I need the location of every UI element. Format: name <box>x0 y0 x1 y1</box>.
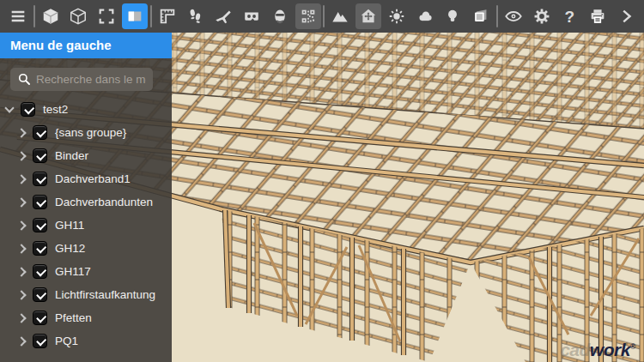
fit-to-screen-button[interactable] <box>94 3 119 29</box>
tree-item-binder[interactable]: Binder <box>0 144 172 167</box>
toolbar-separator <box>496 5 498 27</box>
checkbox-checked[interactable] <box>33 241 47 256</box>
tree-item-gh11[interactable]: GH11 <box>0 214 172 237</box>
home-view-button[interactable] <box>355 3 381 29</box>
checkbox-checked[interactable] <box>33 148 47 163</box>
chevron-right-icon[interactable] <box>16 197 26 207</box>
tree-item-label: {sans groupe} <box>55 126 126 139</box>
chevron-right-icon <box>617 7 635 26</box>
clip-plane-button[interactable] <box>468 3 494 29</box>
tree-item-label: PQ1 <box>55 335 78 347</box>
settings-button[interactable] <box>529 3 555 29</box>
tree-item-gh117[interactable]: GH117 <box>0 260 172 283</box>
light-bulb-icon <box>443 7 462 26</box>
chevron-right-icon[interactable] <box>16 174 26 184</box>
search-box <box>10 68 163 91</box>
vr-mode-button[interactable] <box>239 3 264 29</box>
chevron-right-icon[interactable] <box>16 267 26 276</box>
print-button[interactable] <box>585 3 611 29</box>
toolbar: ? <box>0 0 644 33</box>
left-menu-panel: Menu de gauche test2 {sans groupe} Binde… <box>0 33 172 362</box>
printer-icon <box>588 7 607 26</box>
tree-item-label: Lichtfirstaufkantung <box>55 288 155 301</box>
tree-item-label: Binder <box>55 149 88 162</box>
toolbar-separator <box>150 5 152 27</box>
help-icon: ? <box>565 9 575 25</box>
watermark-work: work <box>590 340 630 359</box>
qr-code-icon <box>299 7 318 26</box>
artificial-light-button[interactable] <box>440 3 465 29</box>
house-move-icon <box>359 7 378 26</box>
cube-solid-icon <box>41 7 60 26</box>
chevron-right-icon[interactable] <box>16 151 26 160</box>
tree-item-sans-groupe[interactable]: {sans groupe} <box>0 121 172 144</box>
clip-frame-icon <box>471 7 490 26</box>
terrain-button[interactable] <box>327 3 353 29</box>
checkbox-checked[interactable] <box>33 195 47 209</box>
vr-goggles-icon <box>242 7 261 26</box>
checkbox-checked[interactable] <box>33 334 47 348</box>
tree-item-gh12[interactable]: GH12 <box>0 237 172 260</box>
tree-item-label: Dachverbandunten <box>55 196 153 208</box>
tree-item-pfetten[interactable]: Pfetten <box>0 306 172 329</box>
eye-icon <box>504 7 523 26</box>
cube-wireframe-icon <box>69 7 88 26</box>
walk-footprints-icon <box>185 7 204 26</box>
left-panel-toggle-button[interactable] <box>122 3 148 29</box>
gear-icon <box>532 7 551 26</box>
checkbox-checked[interactable] <box>33 125 47 140</box>
model-tree: test2 {sans groupe} Binder Dachverband1 … <box>0 98 172 353</box>
tree-item-label: Dachverband1 <box>55 172 131 185</box>
avatar-mode-button[interactable] <box>267 3 293 29</box>
fit-to-screen-icon <box>97 7 116 26</box>
cloud-icon <box>416 7 434 26</box>
walk-mode-button[interactable] <box>182 3 208 29</box>
fly-plane-icon <box>214 7 233 26</box>
weather-button[interactable] <box>412 3 438 29</box>
tree-item-dachverband1[interactable]: Dachverband1 <box>0 167 172 190</box>
tree-item-pq1[interactable]: PQ1 <box>0 329 172 353</box>
chevron-right-icon[interactable] <box>16 244 26 253</box>
checkbox-checked[interactable] <box>33 287 47 302</box>
tree-item-test2[interactable]: test2 <box>0 98 172 121</box>
chevron-right-icon[interactable] <box>16 220 26 230</box>
chevron-down-icon[interactable] <box>4 103 14 112</box>
toolbar-separator <box>33 5 35 27</box>
visibility-button[interactable] <box>501 3 526 29</box>
ruler-icon <box>158 7 177 26</box>
toolbar-overflow-button[interactable] <box>613 3 639 29</box>
tree-item-label: GH117 <box>55 265 91 278</box>
tree-item-label: GH11 <box>55 219 84 232</box>
watermark-cad: cad <box>560 340 590 359</box>
chevron-right-icon[interactable] <box>16 336 26 346</box>
checkbox-checked[interactable] <box>33 172 47 186</box>
panel-title: Menu de gauche <box>0 33 172 58</box>
menu-icon <box>9 7 27 26</box>
left-panel-icon <box>125 7 144 26</box>
toolbar-separator <box>323 5 325 27</box>
shaded-view-button[interactable] <box>38 3 64 29</box>
avatar-head-icon <box>270 7 289 26</box>
sun-icon <box>387 7 406 26</box>
measure-button[interactable] <box>155 3 180 29</box>
tree-item-label: Pfetten <box>55 311 92 324</box>
watermark-registered: ® <box>630 342 635 351</box>
checkbox-checked[interactable] <box>33 218 47 232</box>
mountains-icon <box>331 7 349 26</box>
search-icon <box>16 71 32 87</box>
checkbox-checked[interactable] <box>33 311 47 325</box>
cadwork-watermark: cadwork® <box>560 340 635 360</box>
help-button[interactable]: ? <box>556 3 582 29</box>
wireframe-view-button[interactable] <box>65 3 91 29</box>
chevron-right-icon[interactable] <box>16 290 26 299</box>
sun-light-button[interactable] <box>384 3 410 29</box>
fly-mode-button[interactable] <box>210 3 236 29</box>
checkbox-checked[interactable] <box>21 102 35 117</box>
checkbox-checked[interactable] <box>33 264 47 279</box>
menu-button[interactable] <box>5 3 31 29</box>
chevron-right-icon[interactable] <box>16 128 26 137</box>
qr-code-button[interactable] <box>295 3 321 29</box>
chevron-right-icon[interactable] <box>16 313 26 323</box>
tree-item-dachverbandunten[interactable]: Dachverbandunten <box>0 190 172 214</box>
tree-item-lichtfirstaufkantung[interactable]: Lichtfirstaufkantung <box>0 283 172 306</box>
